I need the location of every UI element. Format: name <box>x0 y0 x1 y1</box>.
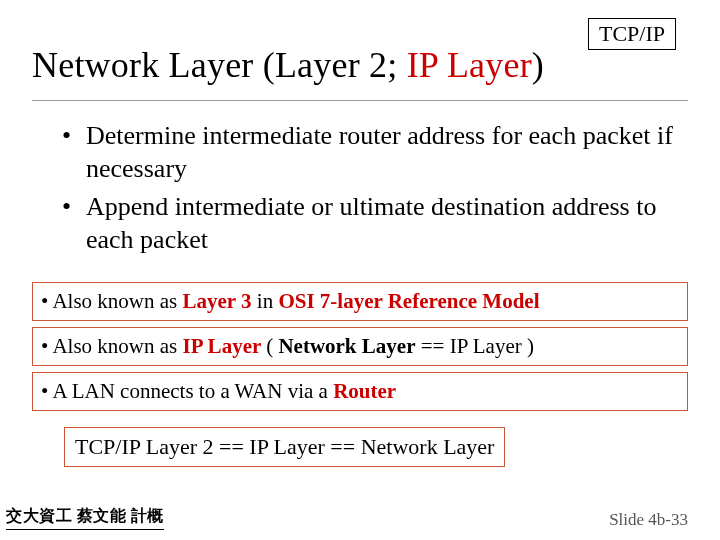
note-text: in <box>252 289 279 313</box>
bullet-item: Append intermediate or ultimate destinat… <box>62 190 688 257</box>
note-highlight: IP Layer <box>183 334 267 358</box>
bullet-item: Determine intermediate router address fo… <box>62 119 688 186</box>
notes-group: • Also known as Layer 3 in OSI 7-layer R… <box>32 282 688 411</box>
title-ip-layer: IP Layer <box>407 45 532 85</box>
equation-text: TCP/IP Layer 2 == IP Layer == Network La… <box>75 434 494 459</box>
note-text: • A LAN connects to a WAN via a <box>41 379 333 403</box>
title-part1: Network Layer (Layer 2; <box>32 45 407 85</box>
slide: TCP/IP Network Layer (Layer 2; IP Layer)… <box>0 0 720 540</box>
note-row: • A LAN connects to a WAN via a Router <box>32 372 688 411</box>
note-row: • Also known as IP Layer ( Network Layer… <box>32 327 688 366</box>
main-bullet-list: Determine intermediate router address fo… <box>32 119 688 256</box>
footer-left: 交大資工 蔡文能 計概 <box>6 506 164 530</box>
slide-title: Network Layer (Layer 2; IP Layer) <box>32 44 688 86</box>
note-row: • Also known as Layer 3 in OSI 7-layer R… <box>32 282 688 321</box>
title-divider <box>32 100 688 101</box>
note-highlight: OSI 7-layer Reference Model <box>278 289 539 313</box>
title-part2: ) <box>532 45 544 85</box>
note-highlight: Router <box>333 379 396 403</box>
note-highlight: Network Layer <box>278 334 415 358</box>
note-text: • Also known as <box>41 289 183 313</box>
footer-right: Slide 4b-33 <box>609 510 688 530</box>
note-text: • Also known as <box>41 334 183 358</box>
footer: 交大資工 蔡文能 計概 Slide 4b-33 <box>0 506 720 530</box>
corner-label-box: TCP/IP <box>588 18 676 50</box>
corner-label-text: TCP/IP <box>599 21 665 46</box>
note-text: ( <box>266 334 278 358</box>
note-text: == IP Layer ) <box>415 334 534 358</box>
equation-box: TCP/IP Layer 2 == IP Layer == Network La… <box>64 427 505 467</box>
note-highlight: Layer 3 <box>183 289 252 313</box>
